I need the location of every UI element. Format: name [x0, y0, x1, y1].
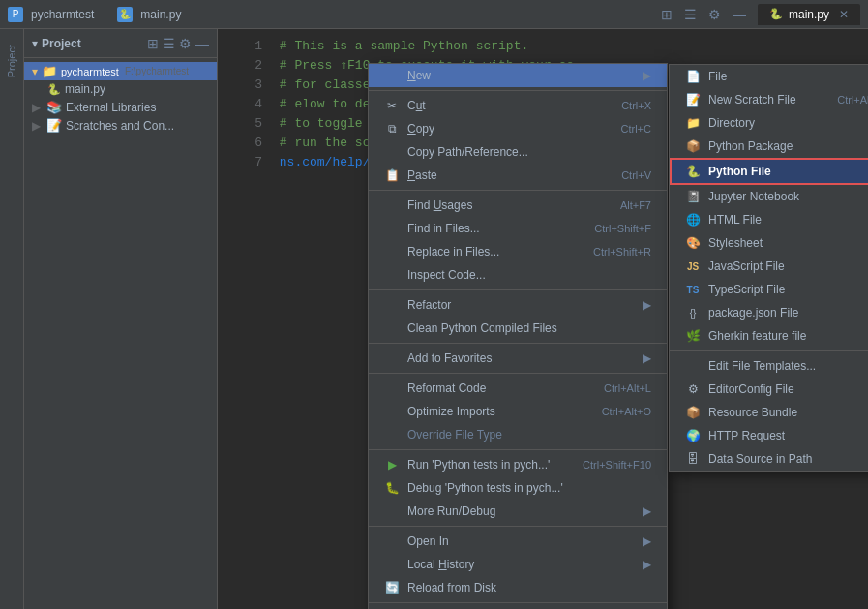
debug-icon: 🐛	[384, 480, 400, 496]
js-label: JavaScript File	[708, 259, 785, 273]
scratch-shortcut: Ctrl+Alt+Shift+Insert	[837, 94, 868, 106]
submenu-python-package[interactable]: 📦 Python Package	[670, 135, 868, 158]
submenu-sep-1	[670, 350, 868, 351]
more-run-arrow: ▶	[643, 504, 651, 518]
menu-item-debug[interactable]: 🐛 Debug 'Python tests in pych...'	[369, 476, 667, 500]
local-history-arrow: ▶	[643, 558, 651, 571]
submenu-js[interactable]: JS JavaScript File	[670, 255, 868, 278]
copy-shortcut: Ctrl+C	[621, 123, 651, 135]
line-number-4: 4	[233, 95, 262, 114]
project-header: ▾ Project ⊞ ☰ ⚙ —	[24, 29, 217, 58]
gherkin-label: Gherkin feature file	[708, 329, 806, 343]
submenu-python-file[interactable]: 🐍 Python File	[670, 158, 868, 185]
tree-item-mainpy[interactable]: 🐍 main.py	[24, 80, 217, 98]
tree-item-scratches[interactable]: ▶ 📝 Scratches and Con...	[24, 116, 217, 135]
html-icon: 🌐	[685, 212, 701, 228]
http-icon: 🌍	[685, 428, 701, 443]
menu-item-cut[interactable]: ✂ Cut Ctrl+X	[369, 94, 667, 117]
inspect-icon	[384, 267, 400, 283]
layout-icon[interactable]: ⊞	[661, 7, 673, 22]
pkg-label: Python Package	[708, 139, 793, 153]
settings-icon[interactable]: ⚙	[708, 7, 721, 22]
main-tab[interactable]: 🐍 main.py ✕	[758, 4, 860, 25]
sep-6	[369, 449, 667, 450]
find-in-files-icon	[384, 221, 400, 236]
menu-item-new[interactable]: New ▶	[369, 64, 667, 87]
menu-item-copy[interactable]: ⧉ Copy Ctrl+C	[369, 117, 667, 140]
project-sidebar-tab[interactable]: Project	[2, 37, 21, 85]
resource-label: Resource Bundle	[708, 406, 797, 419]
submenu-html[interactable]: 🌐 HTML File	[670, 208, 868, 231]
toolbar-icon-minimize[interactable]: —	[195, 36, 209, 51]
submenu-edit-templates[interactable]: Edit File Templates...	[670, 354, 868, 378]
sep-1	[369, 90, 667, 91]
dir-label: Directory	[708, 116, 755, 130]
list-icon[interactable]: ☰	[684, 7, 697, 22]
menu-item-add-favorites[interactable]: Add to Favorites ▶	[369, 347, 667, 370]
menu-item-optimize-imports[interactable]: Optimize Imports Ctrl+Alt+O	[369, 400, 667, 423]
tab-close-icon[interactable]: ✕	[839, 8, 849, 21]
menu-item-copy-path[interactable]: Copy Path/Reference...	[369, 140, 667, 164]
menu-item-more-run[interactable]: More Run/Debug ▶	[369, 500, 667, 523]
new-label: New	[407, 69, 431, 82]
sep-5	[369, 373, 667, 374]
submenu-file[interactable]: 📄 File	[670, 65, 868, 88]
scratch-label: New Scratch File	[708, 93, 796, 107]
menu-item-run[interactable]: ▶ Run 'Python tests in pych...' Ctrl+Shi…	[369, 453, 667, 476]
toolbar-icon-1[interactable]: ⊞	[147, 36, 159, 51]
reload-icon: 🔄	[384, 580, 400, 595]
submenu-new: 📄 File 📝 New Scratch File Ctrl+Alt+Shift…	[669, 64, 868, 472]
new-icon	[384, 68, 400, 83]
local-history-icon	[384, 557, 400, 572]
menu-item-reload[interactable]: 🔄 Reload from Disk	[369, 576, 667, 599]
menu-item-open-in[interactable]: Open In ▶	[369, 530, 667, 553]
mainpy-label: main.py	[65, 82, 105, 96]
app-icon: P	[8, 7, 23, 22]
optimize-label: Optimize Imports	[407, 405, 495, 418]
code-comment-1: # This is a sample Python script.	[280, 39, 528, 53]
tree-root[interactable]: ▾ 📁 pycharmtest F:\pycharmtest	[24, 62, 217, 80]
optimize-icon	[384, 404, 400, 419]
file-name-title: main.py	[140, 8, 181, 21]
pyfile-label: Python File	[708, 165, 771, 178]
find-in-files-label: Find in Files...	[407, 222, 480, 235]
menu-item-refactor[interactable]: Refactor ▶	[369, 293, 667, 317]
submenu-data-source[interactable]: 🗄 Data Source in Path	[670, 447, 868, 471]
menu-item-override-type: Override File Type	[369, 423, 667, 446]
run-shortcut: Ctrl+Shift+F10	[583, 459, 651, 471]
replace-shortcut: Ctrl+Shift+R	[593, 246, 651, 258]
submenu-jupyter[interactable]: 📓 Jupyter Notebook	[670, 185, 868, 208]
submenu-gherkin[interactable]: 🌿 Gherkin feature file	[670, 324, 868, 348]
menu-item-local-history[interactable]: Local History ▶	[369, 553, 667, 576]
replace-icon	[384, 244, 400, 259]
ext-libs-label: External Libraries	[66, 101, 156, 114]
reformat-shortcut: Ctrl+Alt+L	[604, 382, 651, 394]
python-file-icon: 🐍	[47, 83, 61, 96]
submenu-new-scratch[interactable]: 📝 New Scratch File Ctrl+Alt+Shift+Insert	[670, 88, 868, 111]
open-in-icon	[384, 533, 400, 549]
menu-item-clean-python[interactable]: Clean Python Compiled Files	[369, 317, 667, 340]
submenu-directory[interactable]: 📁 Directory	[670, 111, 868, 135]
submenu-stylesheet[interactable]: 🎨 Stylesheet	[670, 231, 868, 255]
toolbar-icon-2[interactable]: ☰	[163, 36, 175, 51]
menu-item-find-usages[interactable]: Find Usages Alt+F7	[369, 194, 667, 217]
menu-item-paste[interactable]: 📋 Paste Ctrl+V	[369, 164, 667, 187]
editorconfig-icon: ⚙	[685, 381, 701, 397]
menu-item-replace-in-files[interactable]: Replace in Files... Ctrl+Shift+R	[369, 240, 667, 263]
minimize-icon[interactable]: —	[733, 7, 746, 22]
submenu-resource-bundle[interactable]: 📦 Resource Bundle	[670, 401, 868, 424]
submenu-ts[interactable]: TS TypeScript File	[670, 278, 868, 301]
submenu-editorconfig[interactable]: ⚙ EditorConfig File	[670, 378, 868, 401]
menu-item-find-in-files[interactable]: Find in Files... Ctrl+Shift+F	[369, 217, 667, 240]
line-number-3: 3	[233, 76, 262, 95]
sep-7	[369, 526, 667, 527]
paste-shortcut: Ctrl+V	[621, 169, 651, 181]
menu-item-reformat-code[interactable]: Reformat Code Ctrl+Alt+L	[369, 377, 667, 400]
submenu-package-json[interactable]: {} package.json File	[670, 301, 868, 324]
submenu-http-request[interactable]: 🌍 HTTP Request	[670, 424, 868, 447]
toolbar-icon-settings[interactable]: ⚙	[179, 36, 192, 51]
menu-item-inspect-code[interactable]: Inspect Code...	[369, 263, 667, 287]
tree-item-extlibs[interactable]: ▶ 📚 External Libraries	[24, 98, 217, 116]
pkgjson-label: package.json File	[708, 306, 798, 320]
more-run-label: More Run/Debug	[407, 504, 495, 518]
